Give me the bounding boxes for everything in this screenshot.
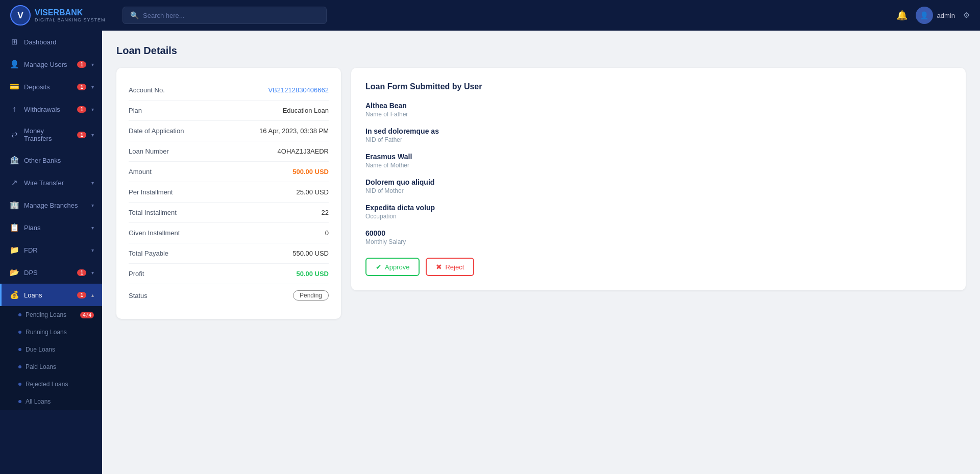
- sidebar-item-dashboard[interactable]: ⊞ Dashboard: [0, 31, 102, 53]
- loan-number-label: Loan Number: [129, 147, 169, 155]
- sidebar-item-fdr[interactable]: 📁 FDR ▾: [0, 239, 102, 261]
- sidebar-item-due-loans[interactable]: Due Loans: [0, 341, 102, 358]
- loan-details-card: Account No. VB21212830406662 Plan Educat…: [116, 68, 341, 319]
- mother-nid-field: Dolorem quo aliquid NID of Mother: [365, 178, 951, 194]
- logo-area: V VISERBANK DIGITAL BANKING SYSTEM: [10, 5, 112, 26]
- chevron-down-icon: ▾: [91, 180, 94, 186]
- account-no-value: VB21212830406662: [268, 86, 329, 94]
- status-badge: Pending: [293, 290, 329, 301]
- cards-row: Account No. VB21212830406662 Plan Educat…: [116, 68, 966, 319]
- chevron-down-icon: ▾: [91, 107, 94, 112]
- date-label: Date of Application: [129, 127, 184, 135]
- search-input[interactable]: [143, 12, 319, 19]
- sidebar-item-dps[interactable]: 📂 DPS 1 ▾: [0, 261, 102, 284]
- amount-value: 500.00 USD: [292, 168, 329, 176]
- sidebar-item-plans[interactable]: 📋 Plans ▾: [0, 216, 102, 239]
- check-icon: ✔: [376, 263, 382, 271]
- page-title: Loan Details: [116, 45, 966, 57]
- per-installment-value: 25.00 USD: [296, 188, 329, 196]
- fdr-icon: 📁: [10, 245, 19, 255]
- plan-value: Education Loan: [283, 107, 329, 114]
- bell-icon[interactable]: 🔔: [896, 10, 908, 21]
- sidebar-item-withdrawals[interactable]: ↑ Withdrawals 1 ▾: [0, 98, 102, 120]
- chevron-down-icon: ▾: [91, 225, 94, 231]
- salary-field: 60000 Monthly Salary: [365, 229, 951, 245]
- sidebar-item-wire-transfer[interactable]: ↗ Wire Transfer ▾: [0, 171, 102, 194]
- sidebar-item-deposits[interactable]: 💳 Deposits 1 ▾: [0, 76, 102, 98]
- dot-icon: [18, 365, 21, 368]
- chevron-down-icon: ▾: [91, 270, 94, 276]
- banks-icon: 🏦: [10, 156, 19, 165]
- sidebar-item-all-loans[interactable]: All Loans: [0, 393, 102, 410]
- loans-icon: 💰: [10, 290, 19, 300]
- avatar: 👤: [916, 7, 933, 24]
- total-installment-row: Total Installment 22: [129, 203, 329, 223]
- profit-label: Profit: [129, 270, 144, 278]
- sidebar-item-running-loans[interactable]: Running Loans: [0, 323, 102, 341]
- sidebar-item-loans[interactable]: 💰 Loans 1 ▴: [0, 284, 102, 306]
- chevron-down-icon: ▾: [91, 62, 94, 67]
- loans-sub-nav: Pending Loans 474 Running Loans Due Loan…: [0, 306, 102, 410]
- chevron-down-icon: ▾: [91, 84, 94, 90]
- sidebar-item-manage-users[interactable]: 👤 Manage Users 1 ▾: [0, 53, 102, 76]
- logo-sub: DIGITAL BANKING SYSTEM: [35, 17, 106, 22]
- plan-row: Plan Education Loan: [129, 101, 329, 121]
- total-payable-value: 550.00 USD: [292, 250, 329, 257]
- chevron-down-icon: ▾: [91, 247, 94, 253]
- x-icon: ✖: [436, 263, 442, 271]
- dashboard-icon: ⊞: [10, 37, 19, 46]
- search-area: 🔍: [122, 7, 327, 24]
- sidebar-item-money-transfers[interactable]: ⇄ Money Transfers 1 ▾: [0, 120, 102, 149]
- mother-name-value: Erasmus Wall: [365, 153, 951, 161]
- account-no-row: Account No. VB21212830406662: [129, 80, 329, 101]
- branches-icon: 🏢: [10, 201, 19, 210]
- mother-nid-value: Dolorem quo aliquid: [365, 178, 951, 186]
- father-nid-value: In sed doloremque as: [365, 127, 951, 135]
- occupation-value: Expedita dicta volup: [365, 204, 951, 212]
- per-installment-label: Per Installment: [129, 188, 173, 196]
- loan-number-row: Loan Number 4OHAZ1J3AEDR: [129, 141, 329, 162]
- sidebar: ⊞ Dashboard 👤 Manage Users 1 ▾ 💳 Deposit…: [0, 31, 102, 474]
- transfers-icon: ⇄: [10, 130, 19, 139]
- chevron-down-icon: ▾: [91, 203, 94, 208]
- gear-icon[interactable]: ⚙: [963, 11, 970, 20]
- logo-name: VISERBANK: [35, 8, 106, 17]
- form-actions: ✔ Approve ✖ Reject: [365, 258, 951, 276]
- wire-icon: ↗: [10, 178, 19, 187]
- father-name-field: Althea Bean Name of Father: [365, 102, 951, 118]
- sidebar-item-other-banks[interactable]: 🏦 Other Banks: [0, 149, 102, 171]
- status-row: Status Pending: [129, 284, 329, 307]
- date-row: Date of Application 16 Apr, 2023, 03:38 …: [129, 121, 329, 141]
- father-nid-field: In sed doloremque as NID of Father: [365, 127, 951, 143]
- status-label: Status: [129, 292, 148, 300]
- deposits-icon: 💳: [10, 82, 19, 91]
- plan-label: Plan: [129, 107, 142, 114]
- father-name-label: Name of Father: [365, 111, 951, 118]
- admin-name: admin: [937, 12, 955, 19]
- father-nid-label: NID of Father: [365, 136, 951, 143]
- withdrawals-icon: ↑: [10, 105, 19, 114]
- profit-value: 50.00 USD: [296, 270, 329, 278]
- total-payable-row: Total Payable 550.00 USD: [129, 243, 329, 264]
- sidebar-item-paid-loans[interactable]: Paid Loans: [0, 358, 102, 376]
- occupation-label: Occupation: [365, 213, 951, 220]
- main-layout: ⊞ Dashboard 👤 Manage Users 1 ▾ 💳 Deposit…: [0, 31, 980, 474]
- amount-row: Amount 500.00 USD: [129, 162, 329, 182]
- dot-icon: [18, 400, 21, 403]
- sidebar-item-pending-loans[interactable]: Pending Loans 474: [0, 306, 102, 323]
- dot-icon: [18, 348, 21, 351]
- avatar-area[interactable]: 👤 admin: [916, 7, 955, 24]
- chevron-up-icon: ▴: [91, 292, 94, 298]
- given-installment-label: Given Installment: [129, 229, 180, 237]
- top-header: V VISERBANK DIGITAL BANKING SYSTEM 🔍 🔔 👤…: [0, 0, 980, 31]
- logo-text: VISERBANK DIGITAL BANKING SYSTEM: [35, 8, 106, 22]
- reject-button[interactable]: ✖ Reject: [426, 258, 474, 276]
- sidebar-item-rejected-loans[interactable]: Rejected Loans: [0, 376, 102, 393]
- salary-label: Monthly Salary: [365, 238, 951, 245]
- users-icon: 👤: [10, 60, 19, 69]
- search-box[interactable]: 🔍: [122, 7, 327, 24]
- sidebar-item-manage-branches[interactable]: 🏢 Manage Branches ▾: [0, 194, 102, 216]
- amount-label: Amount: [129, 168, 152, 176]
- given-installment-row: Given Installment 0: [129, 223, 329, 243]
- approve-button[interactable]: ✔ Approve: [365, 258, 420, 276]
